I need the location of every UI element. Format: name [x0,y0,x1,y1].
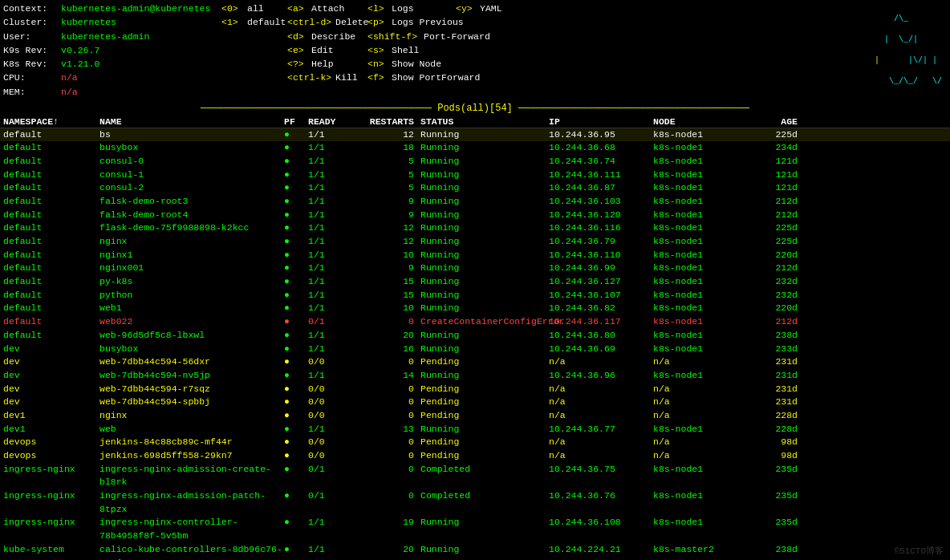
cell-node: k8s-node1 [653,463,749,489]
shortcut-key-d[interactable]: <d> [287,30,311,43]
cell-age: 231d [749,383,798,396]
shortcut-key-f[interactable]: <f> [367,71,392,84]
cell-ns: default [3,128,99,142]
cell-ns: default [3,221,99,235]
cell-ns: default [3,262,99,275]
table-row[interactable]: default web022 ● 0/1 0 CreateContainerCo… [0,315,950,329]
cell-restarts: 0 [356,436,420,449]
table-row[interactable]: devops jenkins-698d5ff558-29kn7 ● 0/0 0 … [0,449,950,463]
cell-status: Running [420,289,549,302]
cell-status: Running [420,543,549,560]
table-row[interactable]: default busybox ● 1/1 18 Running 10.244.… [0,141,950,155]
shortcut-key-0[interactable]: <0> [221,2,247,15]
cell-pf: ● [284,383,308,396]
cell-age: 235d [749,489,798,516]
cell-restarts: 9 [356,262,420,275]
shortcut-action-portforward: Port-Forward [424,30,504,43]
cell-ns: default [3,289,99,302]
table-row[interactable]: default flask-demo-75f9988898-k2kcc ● 1/… [0,221,950,235]
cell-name: calico-kube-controllers-8db96c76-zxp4x [99,543,284,560]
cluster-value: kubernetes [61,15,221,29]
cell-node: n/a [653,409,749,423]
table-row[interactable]: ingress-nginx ingress-nginx-controller-7… [0,516,950,542]
table-row[interactable]: dev web-7dbb44c594-56dxr ● 0/0 0 Pending… [0,355,950,369]
ascii-art-logo: /\_ | \_/| | |\/| | \_/\_/ \/ [841,3,942,97]
cell-ip: 10.244.36.79 [549,235,653,249]
header-section: Context: kubernetes-admin@kubernetes <0>… [0,0,950,100]
cell-age: 98d [749,449,798,463]
shortcut-key-y[interactable]: <y> [456,2,480,15]
table-row[interactable]: default web1 ● 1/1 10 Running 10.244.36.… [0,302,950,315]
shortcut-key-shiftf[interactable]: <shift-f> [367,30,424,43]
cell-node: k8s-node1 [653,289,749,302]
cell-node: k8s-node1 [653,141,749,155]
cell-restarts: 19 [356,516,420,542]
shortcut-key-l[interactable]: <l> [367,2,392,15]
cell-ns: default [3,181,99,195]
shortcut-key-ctrlk[interactable]: <ctrl-k> [287,71,335,84]
table-row[interactable]: dev web-7dbb44c594-spbbj ● 0/0 0 Pending… [0,396,950,409]
cell-restarts: 13 [356,423,420,436]
table-row[interactable]: default falsk-demo-root3 ● 1/1 9 Running… [0,195,950,209]
table-row[interactable]: dev busybox ● 1/1 16 Running 10.244.36.6… [0,343,950,356]
pods-title-divider: ────────────────────────────────────────… [0,100,950,116]
cell-ready: 1/1 [308,168,356,182]
table-body: default bs ● 1/1 12 Running 10.244.36.95… [0,128,950,560]
table-row[interactable]: devops jenkins-84c88cb89c-mf44r ● 0/0 0 … [0,436,950,449]
table-row[interactable]: kube-system calico-kube-controllers-8db9… [0,543,950,560]
table-row[interactable]: default web-96d5df5c8-lbxwl ● 1/1 20 Run… [0,329,950,343]
cell-restarts: 12 [356,235,420,249]
cell-status: Pending [420,436,549,449]
table-row[interactable]: dev1 nginx ● 0/0 0 Pending n/a n/a 228d [0,409,950,423]
shortcut-key-1[interactable]: <1> [221,15,247,29]
cell-ip: 10.244.36.120 [549,209,653,222]
cell-node: k8s-node1 [653,516,749,542]
table-row[interactable]: default py-k8s ● 1/1 15 Running 10.244.3… [0,275,950,289]
cell-ip: 10.244.36.68 [549,141,653,155]
table-row[interactable]: dev web-7dbb44c594-r7sqz ● 0/0 0 Pending… [0,383,950,396]
shortcut-key-ctrld[interactable]: <ctrl-d> [287,15,335,29]
cpu-label: CPU: [3,71,61,84]
cell-name: nginx [99,409,284,423]
context-label: Context: [3,2,61,15]
shortcut-key-n[interactable]: <n> [367,57,392,71]
cell-age: 238d [749,543,798,560]
cell-ns: dev1 [3,423,99,436]
cell-ns: ingress-nginx [3,489,99,516]
table-row[interactable]: dev1 web ● 1/1 13 Running 10.244.36.77 k… [0,423,950,436]
cell-ns: default [3,141,99,155]
cell-pf: ● [284,315,308,329]
shortcut-key-e[interactable]: <e> [287,43,311,57]
cell-status: Running [420,155,549,168]
cell-age: 228d [749,409,798,423]
shortcut-key-p[interactable]: <p> [367,15,392,29]
table-row[interactable]: default nginx1 ● 1/1 10 Running 10.244.3… [0,249,950,262]
shortcut-key-s[interactable]: <s> [367,43,392,57]
cell-name: web-7dbb44c594-nv5jp [99,369,284,383]
cell-node: k8s-node1 [653,369,749,383]
table-row[interactable]: default falsk-demo-root4 ● 1/1 9 Running… [0,209,950,222]
table-row[interactable]: default nginx ● 1/1 12 Running 10.244.36… [0,235,950,249]
table-row[interactable]: ingress-nginx ingress-nginx-admission-pa… [0,489,950,516]
cell-status: Running [420,302,549,315]
table-row[interactable]: dev web-7dbb44c594-nv5jp ● 1/1 14 Runnin… [0,369,950,383]
cell-ip: 10.244.36.117 [549,315,653,329]
shortcut-key-q[interactable]: <?> [287,57,311,71]
cell-status: Running [420,195,549,209]
cell-node: n/a [653,436,749,449]
table-row[interactable]: default python ● 1/1 15 Running 10.244.3… [0,289,950,302]
table-row[interactable]: default consul-1 ● 1/1 5 Running 10.244.… [0,168,950,182]
cell-ip: 10.244.36.116 [549,221,653,235]
cell-ready: 1/1 [308,289,356,302]
table-row[interactable]: default consul-0 ● 1/1 5 Running 10.244.… [0,155,950,168]
shortcut-key-a[interactable]: <a> [287,2,311,15]
cell-ip: 10.244.36.95 [549,128,653,142]
table-row[interactable]: default consul-2 ● 1/1 5 Running 10.244.… [0,181,950,195]
col-header-name: NAME [99,116,284,127]
table-row[interactable]: default nginx001 ● 1/1 9 Running 10.244.… [0,262,950,275]
table-row[interactable]: default bs ● 1/1 12 Running 10.244.36.95… [0,128,950,142]
cell-node: k8s-node1 [653,489,749,516]
cpu-value: n/a [61,71,221,84]
table-row[interactable]: ingress-nginx ingress-nginx-admission-cr… [0,463,950,489]
shortcut-action-logs: Logs [392,2,456,15]
